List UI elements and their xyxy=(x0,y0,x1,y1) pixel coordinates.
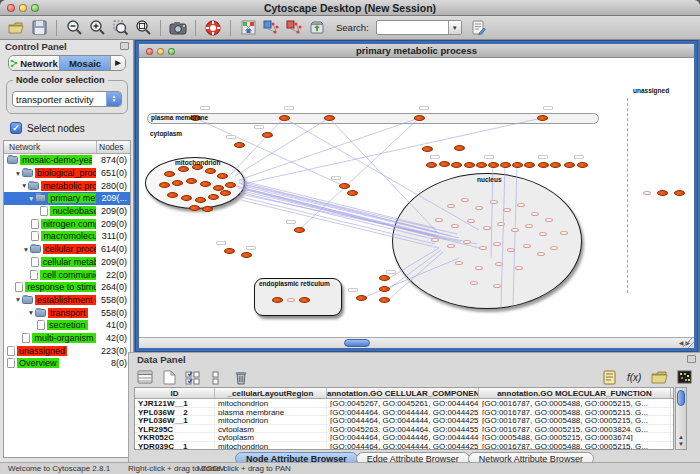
network-node-selected[interactable] xyxy=(279,115,290,121)
table-cell[interactable]: YLR295C xyxy=(135,425,215,433)
tab-network[interactable]: Network xyxy=(9,56,60,70)
network-node-selected[interactable] xyxy=(422,146,433,152)
node-label-chip[interactable] xyxy=(538,155,548,159)
tree-row[interactable]: Overview8(0) xyxy=(4,357,130,370)
network-node-selected[interactable] xyxy=(379,275,390,281)
vertical-scrollbar[interactable]: ▲▼ xyxy=(675,387,687,450)
network-node-selected[interactable] xyxy=(241,252,252,258)
tree-row[interactable]: cellular metabol209(0) xyxy=(4,256,130,269)
select-nodes-checkbox[interactable]: ✓ xyxy=(10,122,22,134)
tree-row[interactable]: nitrogen compo209(0) xyxy=(4,217,130,230)
network-node-unselected[interactable] xyxy=(493,284,501,288)
table-cell[interactable]: mitochondrion xyxy=(215,399,327,407)
disclosure-triangle-icon[interactable]: ▼ xyxy=(27,195,35,202)
network-canvas[interactable]: plasma membranecytoplasmmitochondrionnuc… xyxy=(139,58,694,337)
network-node-selected[interactable] xyxy=(220,190,231,196)
table-cell[interactable]: YDR039C__1 xyxy=(135,442,215,450)
node-label-chip[interactable] xyxy=(200,106,210,110)
tree-row[interactable]: ▼cellular process614(0) xyxy=(4,243,130,256)
table-cell[interactable]: [GO:0016787, GO:0005488, GO:0005215, G..… xyxy=(479,442,671,450)
table-row[interactable]: YPL036W__2plasma membrane[GO:0044464, GO… xyxy=(135,408,673,417)
network-node-unselected[interactable] xyxy=(431,238,439,242)
network-node-selected[interactable] xyxy=(262,132,273,138)
network-node-unselected[interactable] xyxy=(455,261,463,265)
save-icon[interactable] xyxy=(29,18,49,38)
tab-overflow-arrow-icon[interactable]: ▶ xyxy=(111,56,125,70)
network-node-selected[interactable] xyxy=(159,182,170,188)
table-cell[interactable]: [GO:0044464, GO:0044444, GO:0044425, G..… xyxy=(327,442,479,450)
network-node-unselected[interactable] xyxy=(507,248,515,252)
network-node-unselected[interactable] xyxy=(511,228,519,232)
node-label-chip[interactable] xyxy=(286,220,296,224)
vizmapper-icon[interactable] xyxy=(238,18,258,38)
tab-mosaic[interactable]: Mosaic xyxy=(60,56,111,70)
create-attribute-icon[interactable] xyxy=(159,367,179,387)
network-node-selected[interactable] xyxy=(339,183,350,189)
column-header[interactable]: annotation.GO MOLECULAR_FUNCTION xyxy=(479,388,671,398)
node-label-chip[interactable] xyxy=(284,106,294,110)
network-node-unselected[interactable] xyxy=(525,224,533,228)
unselect-attributes-icon[interactable] xyxy=(207,367,227,387)
zoom-out-icon[interactable] xyxy=(64,18,84,38)
network-node-selected[interactable] xyxy=(272,297,283,303)
node-attribute-browser-icon[interactable] xyxy=(261,18,281,38)
network-node-unselected[interactable] xyxy=(495,262,503,266)
network-node-selected[interactable] xyxy=(439,161,450,167)
network-node-unselected[interactable] xyxy=(531,212,539,216)
dropdown-stepper-icon[interactable]: ▲▼ xyxy=(106,92,121,106)
network-node-selected[interactable] xyxy=(181,195,192,201)
table-cell[interactable]: [GO:0016787, GO:0005488, GO:0005215, G..… xyxy=(479,408,671,416)
function-builder-icon[interactable]: f(x) xyxy=(624,367,644,387)
network-node-unselected[interactable] xyxy=(493,242,501,246)
network-node-selected[interactable] xyxy=(324,115,335,121)
table-cell[interactable]: [GO:0016787, GO:0005215, GO:0003824, G..… xyxy=(479,425,671,433)
network-node-selected[interactable] xyxy=(451,162,462,168)
network-node-selected[interactable] xyxy=(564,162,575,168)
zoom-fit-icon[interactable] xyxy=(133,18,153,38)
network-node-selected[interactable] xyxy=(224,248,235,254)
table-cell[interactable]: [GO:0045267, GO:0045261, GO:0044464, G..… xyxy=(327,399,479,407)
tree-row[interactable]: ▼transport558(0) xyxy=(4,306,130,319)
tree-row[interactable]: secretion41(0) xyxy=(4,319,130,332)
table-cell[interactable]: [GO:0016787, GO:0005488, GO:0005215, G..… xyxy=(479,399,671,407)
disclosure-triangle-icon[interactable]: ▼ xyxy=(27,309,35,316)
node-label-chip[interactable] xyxy=(216,241,226,245)
column-header[interactable]: _cellularLayoutRegion xyxy=(215,388,327,398)
network-node-selected[interactable] xyxy=(186,178,197,184)
network-node-unselected[interactable] xyxy=(475,206,483,210)
network-node-selected[interactable] xyxy=(205,168,216,174)
network-node-selected[interactable] xyxy=(379,286,390,292)
tree-row[interactable]: ▼primary metabo209(... xyxy=(4,192,130,205)
attribute-editor-icon[interactable] xyxy=(599,367,619,387)
float-panel-icon[interactable] xyxy=(687,355,696,363)
network-window-titlebar[interactable]: primary metabolic process xyxy=(139,44,694,58)
network-node-unselected[interactable] xyxy=(545,218,553,222)
network-node-selected[interactable] xyxy=(379,297,390,303)
tree-column-nodes[interactable]: Nodes xyxy=(97,141,130,153)
network-node-unselected[interactable] xyxy=(463,240,471,244)
scrollbar-thumb[interactable] xyxy=(677,390,685,406)
table-cell[interactable]: [GO:0044464, GO:0044444, GO:0044425, G..… xyxy=(327,416,479,424)
network-node-unselected[interactable] xyxy=(447,204,455,208)
network-node-selected[interactable] xyxy=(488,162,499,168)
network-node-unselected[interactable] xyxy=(497,222,505,226)
table-row[interactable]: YDR039C__1mitochondrion[GO:0044464, GO:0… xyxy=(135,442,673,450)
network-node-unselected[interactable] xyxy=(539,232,547,236)
search-input[interactable]: ▼ xyxy=(376,20,462,35)
network-node-unselected[interactable] xyxy=(467,219,475,223)
tree-row[interactable]: unassigned223(0) xyxy=(4,344,130,357)
table-cell[interactable]: mitochondrion xyxy=(215,442,327,450)
node-label-chip[interactable] xyxy=(419,106,429,110)
network-node-selected[interactable] xyxy=(538,162,549,168)
network-node-unselected[interactable] xyxy=(483,226,491,230)
network-node-selected[interactable] xyxy=(202,206,213,212)
node-label-chip[interactable] xyxy=(331,176,341,180)
search-options-icon[interactable] xyxy=(469,18,489,38)
tree-row[interactable]: ▼establishment of lo558(0) xyxy=(4,294,130,307)
table-cell[interactable]: YKR052C xyxy=(135,433,215,441)
network-node-selected[interactable] xyxy=(189,205,200,211)
network-node-unselected[interactable] xyxy=(517,203,525,207)
network-node-selected[interactable] xyxy=(172,180,183,186)
node-label-chip[interactable] xyxy=(386,270,396,274)
node-label-chip[interactable] xyxy=(246,246,256,250)
